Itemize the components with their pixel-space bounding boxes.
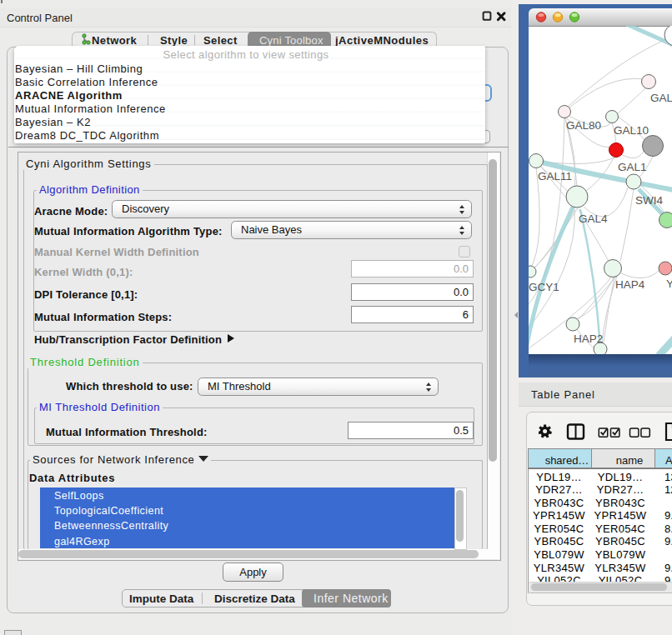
svg-text:HAP4: HAP4 [615, 278, 645, 291]
svg-text:GCY1: GCY1 [529, 281, 559, 293]
svg-text:Y: Y [666, 278, 672, 290]
svg-text:GAL11: GAL11 [538, 170, 572, 182]
svg-text:GAL2: GAL2 [650, 92, 672, 104]
svg-text:GAL4: GAL4 [579, 212, 608, 225]
svg-text:GAL10: GAL10 [614, 124, 649, 137]
svg-text:HAP2: HAP2 [574, 332, 603, 345]
svg-text:GAL80: GAL80 [566, 119, 601, 132]
svg-text:GAL1: GAL1 [618, 161, 647, 173]
svg-text:SWI4: SWI4 [635, 194, 663, 207]
